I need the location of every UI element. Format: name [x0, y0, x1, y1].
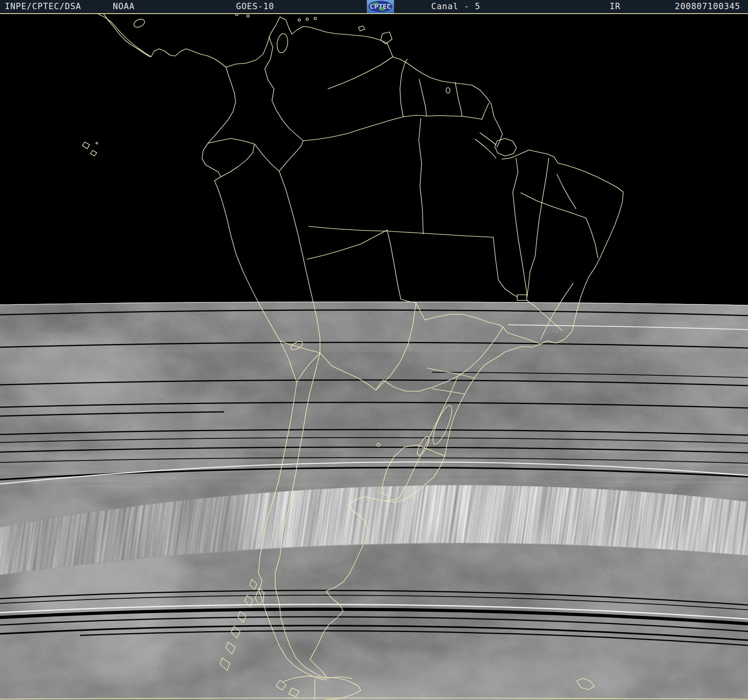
noaa-label: NOAA: [113, 2, 135, 11]
channel-label: Canal - 5: [431, 2, 480, 11]
ir-data-region: [0, 276, 748, 700]
timestamp-label: 200807100345: [675, 2, 740, 11]
cptec-logo-text: CPTEC: [370, 3, 391, 10]
satellite-label: GOES-10: [236, 2, 274, 11]
header-bar: INPE/CPTEC/DSA NOAA GOES-10 Canal - 5 IR…: [0, 0, 748, 13]
satellite-image: [0, 0, 748, 700]
agency-label: INPE/CPTEC/DSA: [5, 2, 81, 11]
satellite-viewer-window: INPE/CPTEC/DSA NOAA GOES-10 Canal - 5 IR…: [0, 0, 748, 700]
band-label: IR: [610, 2, 620, 11]
cptec-logo: CPTEC: [367, 0, 394, 13]
